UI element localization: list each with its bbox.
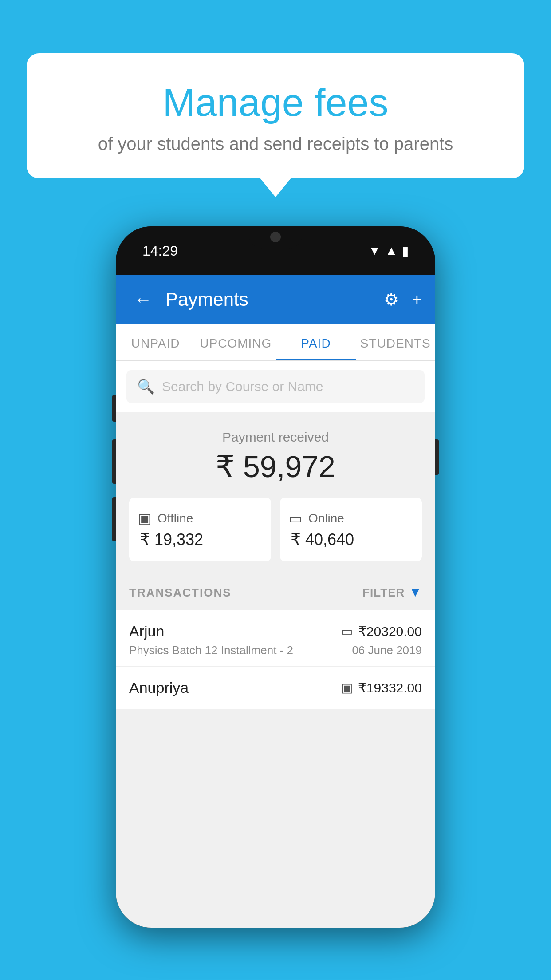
- offline-payment-card: ▣ Offline ₹ 19,332: [129, 498, 271, 561]
- battery-icon: ▮: [402, 244, 409, 258]
- tab-paid[interactable]: PAID: [276, 324, 355, 360]
- status-icons: ▼ ▲ ▮: [369, 244, 409, 258]
- tab-unpaid[interactable]: UNPAID: [116, 324, 195, 360]
- tab-students[interactable]: STUDENTS: [356, 324, 435, 360]
- header-actions: ⚙ +: [384, 290, 422, 309]
- transaction-row-top: Arjun ▭ ₹20320.00: [129, 623, 422, 640]
- speech-bubble: Manage fees of your students and send re…: [27, 53, 524, 178]
- offline-label: Offline: [157, 511, 193, 526]
- transaction-amount: ₹19332.00: [358, 680, 422, 695]
- signal-icon: ▲: [385, 244, 398, 258]
- transaction-row-top: Anupriya ▣ ₹19332.00: [129, 679, 422, 696]
- transaction-amount: ₹20320.00: [358, 624, 422, 639]
- add-icon[interactable]: +: [412, 290, 422, 309]
- app-header: ← Payments ⚙ +: [116, 275, 435, 324]
- transaction-amount-container: ▣ ₹19332.00: [341, 680, 422, 695]
- phone-screen: ← Payments ⚙ + UNPAID UPCOMING PAID STUD…: [116, 275, 435, 928]
- transaction-date: 06 June 2019: [352, 644, 422, 657]
- search-container: 🔍 Search by Course or Name: [116, 361, 435, 412]
- status-time: 14:29: [142, 243, 178, 259]
- transaction-name: Arjun: [129, 623, 164, 640]
- online-card-header: ▭ Online: [289, 510, 413, 527]
- transaction-type-icon: ▣: [341, 680, 353, 695]
- online-payment-card: ▭ Online ₹ 40,640: [280, 498, 422, 561]
- phone-frame: 14:29 ▼ ▲ ▮ ← Payments ⚙ + UNPAID UPCOM: [116, 226, 435, 928]
- phone-notch: [249, 226, 302, 249]
- back-button[interactable]: ←: [129, 285, 157, 315]
- offline-icon: ▣: [138, 510, 151, 527]
- speech-bubble-section: Manage fees of your students and send re…: [27, 53, 524, 178]
- filter-label: FILTER: [362, 586, 405, 600]
- wifi-icon: ▼: [369, 244, 381, 258]
- bubble-title: Manage fees: [62, 80, 489, 125]
- transaction-amount-container: ▭ ₹20320.00: [341, 624, 422, 639]
- online-amount: ₹ 40,640: [291, 530, 413, 549]
- search-placeholder: Search by Course or Name: [162, 379, 323, 394]
- offline-amount: ₹ 19,332: [140, 530, 262, 549]
- page-title: Payments: [165, 289, 375, 310]
- camera-dot: [270, 232, 281, 242]
- payment-received-section: Payment received ₹ 59,972 ▣ Offline ₹ 19…: [116, 412, 435, 575]
- online-label: Online: [308, 511, 344, 526]
- transaction-type-icon: ▭: [341, 624, 353, 639]
- online-icon: ▭: [289, 510, 302, 527]
- bubble-subtitle: of your students and send receipts to pa…: [62, 134, 489, 154]
- transactions-label: TRANSACTIONS: [129, 586, 232, 600]
- offline-card-header: ▣ Offline: [138, 510, 262, 527]
- payment-cards: ▣ Offline ₹ 19,332 ▭ Online ₹ 40,640: [129, 498, 422, 561]
- transaction-name: Anupriya: [129, 679, 189, 696]
- payment-label: Payment received: [129, 430, 422, 445]
- filter-button[interactable]: FILTER ▼: [362, 585, 422, 600]
- settings-icon[interactable]: ⚙: [384, 290, 399, 309]
- phone-mockup: 14:29 ▼ ▲ ▮ ← Payments ⚙ + UNPAID UPCOM: [116, 226, 435, 928]
- payment-total-amount: ₹ 59,972: [129, 449, 422, 484]
- transactions-header: TRANSACTIONS FILTER ▼: [116, 575, 435, 610]
- filter-icon: ▼: [409, 585, 422, 600]
- transaction-row-bottom: Physics Batch 12 Installment - 2 06 June…: [129, 644, 422, 657]
- search-bar[interactable]: 🔍 Search by Course or Name: [126, 370, 425, 403]
- table-row[interactable]: Anupriya ▣ ₹19332.00: [116, 667, 435, 709]
- transaction-course: Physics Batch 12 Installment - 2: [129, 644, 293, 657]
- table-row[interactable]: Arjun ▭ ₹20320.00 Physics Batch 12 Insta…: [116, 610, 435, 667]
- search-icon: 🔍: [137, 378, 155, 395]
- tabs-bar: UNPAID UPCOMING PAID STUDENTS: [116, 324, 435, 361]
- tab-upcoming[interactable]: UPCOMING: [195, 324, 276, 360]
